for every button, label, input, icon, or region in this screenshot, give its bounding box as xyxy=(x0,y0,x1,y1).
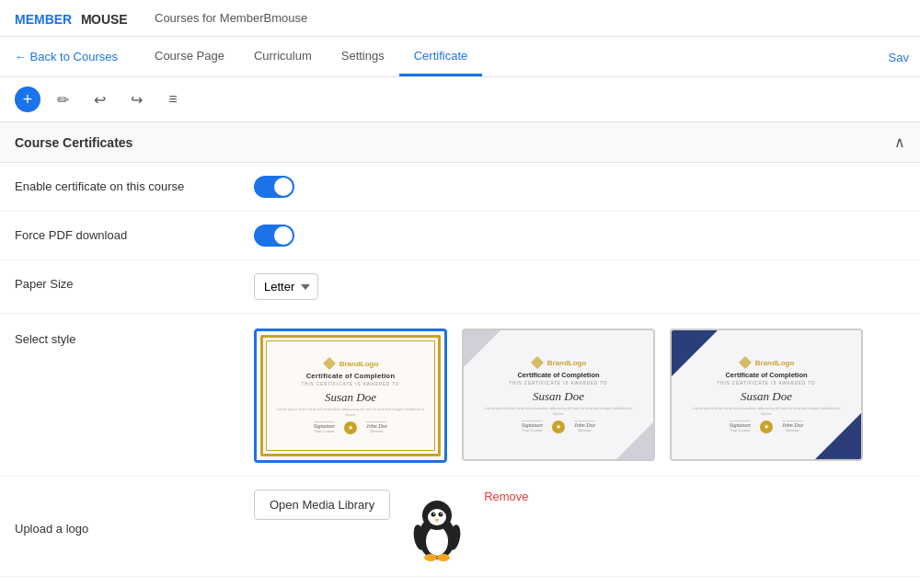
cert-body-gray: Lorem ipsum dolor sit amet consectetur a… xyxy=(475,406,642,416)
remove-logo-link[interactable]: Remove xyxy=(484,490,528,503)
membermouse-wordmark: MEMBER M OUSE xyxy=(15,6,144,31)
cert-sig2-ornate: John Doe xyxy=(366,421,387,429)
undo-button[interactable]: ↩ xyxy=(85,85,114,114)
cert-title-gray: Certificate of Completion xyxy=(517,371,599,379)
svg-text:OUSE: OUSE xyxy=(91,12,128,27)
cert-director-gray: Director xyxy=(574,428,595,432)
redo-button[interactable]: ↪ xyxy=(121,85,151,114)
upload-logo-control: Open Media Library xyxy=(254,490,905,563)
logo-area: MEMBER M OUSE xyxy=(15,6,144,31)
cert-sig-ornate: Signature xyxy=(314,421,335,429)
svg-point-16 xyxy=(437,554,450,561)
svg-marker-5 xyxy=(739,356,752,369)
cert-sig-dark: Signature xyxy=(730,421,751,428)
paper-size-control: Letter A4 Legal xyxy=(254,273,905,300)
select-style-row: Select style BrandLogo Certificate of Co… xyxy=(0,314,920,477)
cert-brand-logo-gray: BrandLogo xyxy=(547,359,587,367)
cert-body-dark: Lorem ipsum dolor sit amet consectetur a… xyxy=(683,406,850,416)
top-bar-title: Courses for MemberBmouse xyxy=(155,11,307,25)
paper-size-row: Paper Size Letter A4 Legal xyxy=(0,260,920,314)
save-button[interactable]: Sav xyxy=(878,42,920,71)
diamond-icon-gray xyxy=(531,356,544,369)
cert-sig-gray: Signature xyxy=(522,421,543,428)
tab-certificate[interactable]: Certificate xyxy=(399,38,483,76)
cert-subtitle-dark: THIS CERTIFICATE IS AWARDED TO xyxy=(717,381,815,386)
svg-marker-3 xyxy=(323,357,336,370)
tab-settings[interactable]: Settings xyxy=(327,38,399,76)
cert-gray[interactable]: BrandLogo Certificate of Completion THIS… xyxy=(462,329,655,461)
cert-name-ornate: Susan Doe xyxy=(325,390,376,405)
redo-icon: ↪ xyxy=(131,91,143,109)
tab-curriculum[interactable]: Curriculum xyxy=(239,38,327,76)
cert-director-ornate: Director xyxy=(366,429,387,433)
pencil-icon: ✏ xyxy=(57,91,69,109)
cert-style-grid: BrandLogo Certificate of Completion THIS… xyxy=(254,329,905,463)
paper-size-label: Paper Size xyxy=(15,273,254,291)
toolbar: + ✏ ↩ ↪ ≡ xyxy=(0,77,920,122)
cert-name-dark: Susan Doe xyxy=(741,389,792,404)
collapse-button[interactable]: ∧ xyxy=(894,133,905,151)
enable-cert-toggle[interactable] xyxy=(254,176,294,198)
cert-sig2-gray: John Doe xyxy=(574,421,595,428)
force-pdf-control xyxy=(254,225,905,247)
toggle-knob xyxy=(274,178,293,196)
cert-seal-dark: ★ xyxy=(760,421,773,433)
menu-button[interactable]: ≡ xyxy=(158,85,188,114)
toggle-knob-pdf xyxy=(274,226,293,245)
content: Course Certificates ∧ Enable certificate… xyxy=(0,122,920,588)
back-to-courses-link[interactable]: ← Back to Courses xyxy=(15,50,118,63)
section-header: Course Certificates ∧ xyxy=(0,122,920,163)
cert-course-dark: Your Course xyxy=(730,428,751,432)
cert-title-dark: Certificate of Completion xyxy=(725,371,807,379)
top-bar: MEMBER M OUSE Courses for MemberBmouse xyxy=(0,0,920,37)
cert-seal-ornate: ★ xyxy=(344,421,357,434)
svg-point-15 xyxy=(424,554,437,561)
enable-cert-label: Enable certificate on this course xyxy=(15,176,254,193)
nav-bar: ← Back to Courses Course Page Curriculum… xyxy=(0,37,920,77)
add-icon: + xyxy=(23,90,33,110)
cert-brand-logo-dark: BrandLogo xyxy=(755,359,795,367)
cert-subtitle-gray: THIS CERTIFICATE IS AWARDED TO xyxy=(509,381,607,386)
tab-course-page[interactable]: Course Page xyxy=(140,38,239,76)
cert-name-gray: Susan Doe xyxy=(533,389,584,404)
upload-logo-label: Upload a logo xyxy=(15,518,254,536)
select-style-label: Select style xyxy=(15,329,254,346)
svg-point-7 xyxy=(426,526,448,556)
cert-ornate-inner: BrandLogo Certificate of Completion THIS… xyxy=(257,331,444,460)
collapse-icon: ∧ xyxy=(894,134,905,150)
cert-course-gray: Your Course xyxy=(522,428,543,432)
cert-course-ornate: Your Course xyxy=(314,429,335,433)
cert-body-ornate: Lorem ipsum dolor sit amet consectetur a… xyxy=(268,407,433,417)
svg-point-12 xyxy=(433,513,435,514)
undo-icon: ↩ xyxy=(94,91,106,109)
svg-point-10 xyxy=(431,513,436,517)
bottom-logo-row: Bottom logo Open Media Library xyxy=(0,577,920,588)
force-pdf-row: Force PDF download xyxy=(0,212,920,260)
cert-darkblue[interactable]: BrandLogo Certificate of Completion THIS… xyxy=(670,329,863,461)
force-pdf-toggle[interactable] xyxy=(254,225,294,247)
svg-marker-4 xyxy=(531,356,544,369)
upload-logo-row: Upload a logo Open Media Library xyxy=(0,477,920,577)
cert-seal-gray: ★ xyxy=(552,421,565,433)
svg-point-11 xyxy=(439,513,443,517)
svg-text:MEMBER: MEMBER xyxy=(15,12,72,27)
svg-point-13 xyxy=(441,513,443,514)
diamond-icon-dark xyxy=(739,356,752,369)
diamond-icon xyxy=(323,357,336,370)
cert-ornate[interactable]: BrandLogo Certificate of Completion THIS… xyxy=(254,329,447,463)
cert-gray-inner: BrandLogo Certificate of Completion THIS… xyxy=(464,330,653,459)
svg-text:M: M xyxy=(81,12,92,27)
penguin-logo-image xyxy=(405,490,469,563)
paper-size-select[interactable]: Letter A4 Legal xyxy=(254,273,318,300)
cert-director-dark: Director xyxy=(782,428,803,432)
edit-button[interactable]: ✏ xyxy=(48,85,77,114)
add-button[interactable]: + xyxy=(15,86,40,112)
cert-brand-logo: BrandLogo xyxy=(339,360,379,368)
hamburger-icon: ≡ xyxy=(168,91,177,108)
upload-logo-area: Open Media Library xyxy=(254,490,905,563)
open-media-logo-button[interactable]: Open Media Library xyxy=(254,490,390,520)
certificate-grid: BrandLogo Certificate of Completion THIS… xyxy=(254,329,905,463)
force-pdf-label: Force PDF download xyxy=(15,225,254,242)
nav-tabs: Course Page Curriculum Settings Certific… xyxy=(140,38,482,76)
cert-darkblue-inner: BrandLogo Certificate of Completion THIS… xyxy=(672,330,861,459)
